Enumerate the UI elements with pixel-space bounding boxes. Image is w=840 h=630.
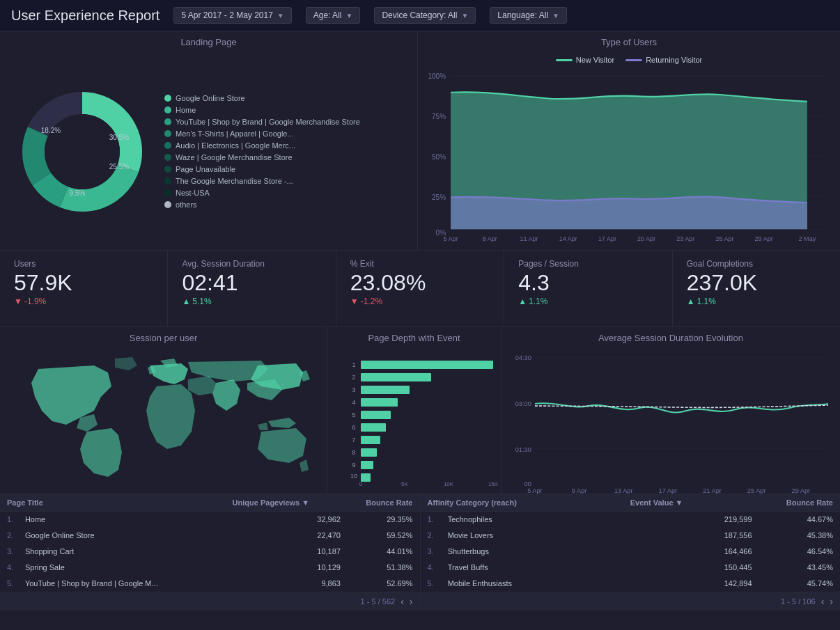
list-item: Men's T-Shirts | Apparel | Google... — [164, 129, 412, 138]
svg-text:03:00: 03:00 — [515, 400, 531, 407]
event-value-col[interactable]: Event Value ▼ — [630, 498, 752, 507]
next-page-button[interactable]: › — [410, 596, 413, 607]
language-filter[interactable]: Language: All ▼ — [490, 7, 567, 24]
list-item: Audio | Electronics | Google Merc... — [164, 141, 412, 150]
affinity-prev-page-button[interactable]: ‹ — [821, 596, 825, 607]
svg-text:25%: 25% — [432, 193, 446, 200]
new-visitor-legend: New Visitor — [556, 56, 614, 64]
svg-text:100%: 100% — [428, 72, 446, 80]
table-row: 5. Mobile Enthusiasts 142,894 45.74% — [421, 576, 841, 592]
affinity-table-footer: 1 - 5 / 106 ‹ › — [421, 592, 841, 611]
svg-text:9: 9 — [352, 462, 355, 468]
avg-session-label: Avg. Session Duration — [182, 259, 321, 269]
session-per-user-panel: Session per user — [0, 327, 327, 494]
arrow-up-icon: ▲ — [687, 297, 695, 306]
chevron-down-icon: ▼ — [461, 12, 468, 19]
svg-rect-47 — [361, 423, 386, 432]
svg-text:5 Apr: 5 Apr — [444, 234, 458, 242]
pages-table-header: Page Title Unique Pageviews ▼ Bounce Rat… — [0, 494, 420, 512]
avg-session-metric: Avg. Session Duration 02:41 ▲ 5.1% — [168, 251, 336, 326]
pages-session-change: ▲ 1.1% — [518, 297, 658, 306]
legend-color — [164, 130, 171, 137]
pages-table-footer: 1 - 5 / 562 ‹ › — [0, 592, 420, 611]
svg-rect-48 — [361, 436, 380, 444]
svg-text:23 Apr: 23 Apr — [676, 234, 694, 242]
table-row: 5. YouTube | Shop by Brand | Google M...… — [0, 576, 420, 592]
svg-text:29 Apr: 29 Apr — [755, 234, 773, 242]
legend-color — [164, 201, 171, 208]
svg-text:29 Apr: 29 Apr — [792, 487, 811, 494]
svg-point-6 — [45, 114, 120, 189]
svg-text:1: 1 — [352, 361, 355, 368]
users-area-chart: 100% 75% 50% 25% 0% — [426, 70, 832, 244]
svg-rect-50 — [361, 461, 373, 469]
exit-value: 23.08% — [350, 271, 490, 294]
list-item: others — [164, 200, 412, 209]
svg-text:0: 0 — [359, 481, 363, 487]
svg-text:01:30: 01:30 — [515, 446, 531, 453]
session-per-user-title: Session per user — [0, 327, 327, 349]
svg-text:2: 2 — [352, 374, 355, 381]
users-chart-legend: New Visitor Returning Visitor — [418, 53, 840, 67]
svg-text:25 Apr: 25 Apr — [747, 487, 766, 494]
pages-session-value: 4.3 — [518, 271, 658, 294]
svg-rect-44 — [361, 386, 410, 394]
list-item: Nest-USA — [164, 189, 412, 197]
svg-text:18.2%: 18.2% — [41, 127, 61, 134]
table-row: 4. Spring Sale 10,129 51.38% — [0, 560, 420, 576]
prev-page-button[interactable]: ‹ — [400, 596, 404, 607]
table-row: 1. Technophiles 219,599 44.67% — [421, 512, 841, 528]
goal-completions-label: Goal Completions — [687, 259, 826, 269]
svg-text:9.5%: 9.5% — [70, 189, 86, 197]
affinity-table-header: Affinity Category (reach) Event Value ▼ … — [421, 494, 841, 512]
goal-completions-value: 237.0K — [687, 271, 826, 294]
svg-text:10: 10 — [350, 473, 357, 480]
affinity-table-panel: Affinity Category (reach) Event Value ▼ … — [421, 494, 841, 611]
table-row: 1. Home 32,962 29.35% — [0, 512, 420, 528]
donut-chart: 18.2% 30.5% 25.5% 9.5% — [16, 86, 148, 218]
exit-change: ▼ -1.2% — [350, 297, 490, 306]
svg-text:20 Apr: 20 Apr — [637, 234, 655, 242]
arrow-down-icon: ▼ — [350, 297, 359, 306]
svg-text:4: 4 — [352, 399, 355, 406]
exit-label: % Exit — [350, 259, 490, 269]
pageviews-col[interactable]: Unique Pageviews ▼ — [233, 498, 341, 507]
svg-text:21 Apr: 21 Apr — [703, 487, 722, 494]
landing-page-panel: Landing Page — [0, 31, 418, 250]
svg-text:8: 8 — [352, 449, 355, 456]
tables-row: Page Title Unique Pageviews ▼ Bounce Rat… — [0, 494, 840, 611]
arrow-down-icon: ▼ — [14, 297, 22, 306]
legend-color — [164, 154, 171, 161]
age-filter[interactable]: Age: All ▼ — [306, 7, 361, 24]
affinity-bounce-col: Bounce Rate — [752, 498, 834, 507]
legend-color — [164, 166, 171, 173]
date-range-filter[interactable]: 5 Apr 2017 - 2 May 2017 ▼ — [173, 7, 291, 24]
avg-session-value: 02:41 — [182, 271, 321, 294]
device-filter[interactable]: Device Category: All ▼ — [374, 7, 476, 24]
svg-text:75%: 75% — [432, 113, 446, 120]
svg-text:5 Apr: 5 Apr — [527, 487, 543, 494]
pages-table-panel: Page Title Unique Pageviews ▼ Bounce Rat… — [0, 494, 421, 611]
landing-legend: Google Online Store Home YouTube | Shop … — [159, 56, 412, 247]
svg-text:5: 5 — [352, 411, 355, 418]
users-value: 57.9K — [14, 271, 153, 294]
list-item: Page Unavailable — [164, 165, 412, 173]
chevron-down-icon: ▼ — [552, 12, 559, 19]
svg-text:5K: 5K — [401, 481, 408, 487]
avg-session-change: ▲ 5.1% — [182, 297, 321, 306]
avg-session-line-chart: 04:30 03:00 01:30 00 5 Apr 9 Apr 13 Apr … — [510, 352, 832, 496]
page-depth-panel: Page Depth with Event 1 2 3 4 5 6 7 8 9 … — [327, 327, 501, 494]
sort-icon: ▼ — [676, 498, 683, 507]
svg-rect-49 — [361, 448, 377, 457]
affinity-next-page-button[interactable]: › — [830, 596, 833, 607]
exit-metric: % Exit 23.08% ▼ -1.2% — [336, 251, 504, 326]
bounce-col: Bounce Rate — [341, 498, 413, 507]
landing-page-title: Landing Page — [0, 31, 417, 53]
page-title: User Experience Report — [11, 8, 160, 24]
arrow-up-icon: ▲ — [518, 297, 527, 306]
svg-text:14 Apr: 14 Apr — [559, 234, 577, 242]
goal-completions-change: ▲ 1.1% — [687, 297, 826, 306]
type-of-users-title: Type of Users — [418, 31, 840, 53]
chevron-down-icon: ▼ — [345, 12, 352, 19]
svg-text:17 Apr: 17 Apr — [659, 487, 678, 494]
